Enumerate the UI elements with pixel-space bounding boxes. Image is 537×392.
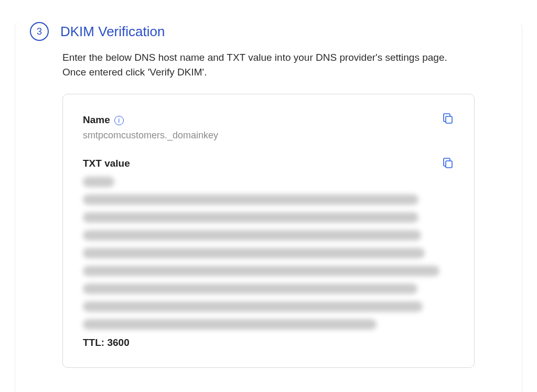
ttl-label: TTL: [83,337,104,348]
step-card: 3 DKIM Verification Enter the below DNS … [15,22,522,392]
step-number-badge: 3 [30,22,49,41]
svg-rect-0 [446,116,452,123]
txt-value-redacted [83,177,454,328]
info-icon[interactable]: i [114,116,124,125]
ttl-value: 3600 [107,337,129,348]
txt-field: TXT value [83,141,454,349]
copy-txt-button[interactable] [442,157,454,171]
step-instruction: Enter the below DNS host name and TXT va… [62,50,471,79]
txt-label: TXT value [83,158,130,169]
dns-record-card: Name i smtpcomcustomers._domainkey TXT v… [62,94,475,368]
ttl-row: TTL: 3600 [83,337,454,349]
name-field: Name i smtpcomcustomers._domainkey [83,114,454,141]
copy-name-button[interactable] [442,112,454,127]
copy-icon [442,112,454,125]
step-header: 3 DKIM Verification [15,22,522,41]
step-number: 3 [37,26,42,37]
name-value: smtpcomcustomers._domainkey [83,130,454,141]
name-label-row: Name i [83,114,124,126]
copy-icon [442,157,454,169]
step-title: DKIM Verification [60,24,165,40]
svg-rect-1 [446,161,452,168]
name-label: Name [83,114,110,126]
